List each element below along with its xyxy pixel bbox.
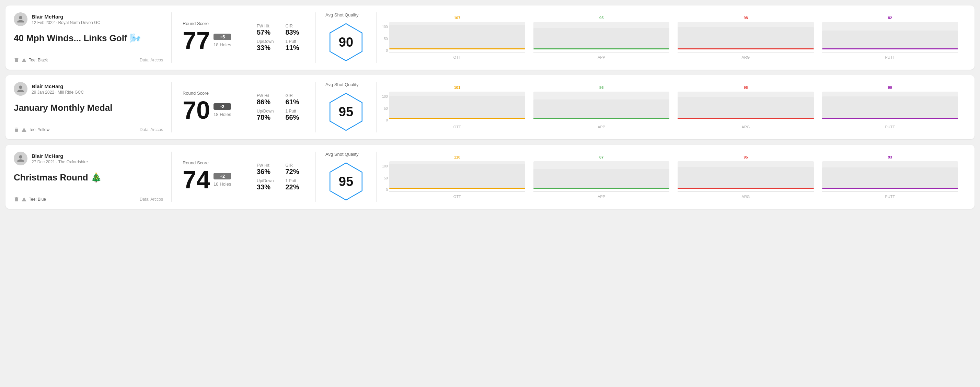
bar-fill: [678, 27, 813, 49]
bar-fill: [678, 167, 813, 189]
bar-fill: [389, 163, 525, 189]
stats-grid: FW Hit 36% GIR 72% Up/Down 33% 1 Putt 22…: [257, 163, 306, 191]
fw-hit-value: 86%: [257, 98, 277, 106]
gir-stat: GIR 83%: [286, 24, 306, 36]
bar-fill: [389, 96, 525, 119]
chart-column: 107 OTT: [389, 16, 525, 59]
oneputt-stat: 1 Putt 56%: [286, 109, 306, 121]
bar-label: ARG: [742, 195, 750, 199]
quality-score: 95: [339, 174, 353, 189]
bar-fill: [822, 167, 958, 189]
chart-column: 95 ARG: [678, 155, 813, 199]
chart-column: 110 OTT: [389, 155, 525, 199]
data-source: Data: Arccos: [140, 197, 163, 202]
bar-wrapper: [822, 92, 958, 119]
fw-hit-stat: FW Hit 86%: [257, 93, 277, 106]
tee-info: Tee: Black: [14, 57, 48, 63]
updown-stat: Up/Down 33%: [257, 178, 277, 191]
shot-quality-chart: 100 50 0 110 OTT: [382, 155, 958, 199]
quality-label: Avg Shot Quality: [325, 82, 359, 87]
chart-column: 82 PUTT: [822, 16, 958, 59]
tee-info: Tee: Blue: [14, 197, 46, 202]
round-title: Christmas Round 🎄: [14, 172, 163, 183]
gir-value: 83%: [286, 29, 306, 36]
bar-line: [678, 48, 813, 49]
chart-column: 99 PUTT: [822, 86, 958, 129]
quality-score: 90: [339, 35, 353, 50]
score-section: Round Score 70 -2 18 Holes: [172, 82, 247, 132]
score-row: 70 -2 18 Holes: [183, 98, 236, 122]
chart-axis: [678, 122, 813, 122]
score-modifier: +5: [213, 33, 231, 40]
bar-line: [533, 48, 669, 49]
user-name: Blair McHarg: [32, 14, 100, 19]
gir-label: GIR: [286, 163, 306, 168]
score-value: 74: [183, 167, 210, 192]
oneputt-stat: 1 Putt 22%: [286, 178, 306, 191]
bar-label: OTT: [453, 195, 461, 199]
holes-label: 18 Holes: [213, 112, 231, 117]
oneputt-label: 1 Putt: [286, 39, 306, 44]
score-value: 77: [183, 28, 210, 53]
quality-label: Avg Shot Quality: [325, 12, 359, 17]
bar-label: OTT: [453, 125, 461, 129]
round-card-1: Blair McHarg 12 Feb 2022 · Royal North D…: [5, 5, 975, 70]
bar-wrapper: [822, 161, 958, 189]
card-footer: Tee: Yellow Data: Arccos: [14, 127, 163, 132]
card-left-1: Blair McHarg 12 Feb 2022 · Royal North D…: [14, 12, 172, 63]
score-detail: +5 18 Holes: [213, 33, 231, 48]
bar-wrapper: [533, 92, 669, 119]
card-footer: Tee: Black Data: Arccos: [14, 57, 163, 63]
chart-y-axis: 100 50 0: [382, 164, 388, 199]
score-modifier: +2: [213, 173, 231, 179]
bar-line: [678, 188, 813, 189]
holes-label: 18 Holes: [213, 181, 231, 187]
stats-grid: FW Hit 86% GIR 61% Up/Down 78% 1 Putt 56…: [257, 93, 306, 121]
bar-line: [533, 188, 669, 189]
gir-label: GIR: [286, 93, 306, 98]
chart-y-axis: 100 50 0: [382, 25, 388, 59]
tee-info: Tee: Yellow: [14, 127, 49, 132]
chart-column: 87 APP: [533, 155, 669, 199]
bar-wrapper: [678, 22, 813, 49]
hexagon-container: 95: [325, 161, 367, 202]
hexagon-container: 95: [325, 91, 367, 132]
round-card-2: Blair McHarg 29 Jan 2022 · Mill Ride GCC…: [5, 75, 975, 139]
bar-label: ARG: [742, 55, 750, 59]
chart-axis: [822, 52, 958, 52]
gir-label: GIR: [286, 24, 306, 29]
bar-value: 98: [743, 16, 748, 20]
hexagon-container: 90: [325, 22, 367, 63]
oneputt-value: 11%: [286, 44, 306, 52]
card-left-2: Blair McHarg 29 Jan 2022 · Mill Ride GCC…: [14, 82, 172, 132]
bar-wrapper: [389, 92, 525, 119]
data-source: Data: Arccos: [140, 127, 163, 132]
round-score-label: Round Score: [183, 90, 236, 96]
score-value: 70: [183, 98, 210, 122]
fw-hit-label: FW Hit: [257, 93, 277, 98]
gir-value: 61%: [286, 98, 306, 106]
card-footer: Tee: Blue Data: Arccos: [14, 197, 163, 202]
quality-label: Avg Shot Quality: [325, 152, 359, 157]
data-source: Data: Arccos: [140, 58, 163, 62]
bar-value: 95: [743, 155, 748, 159]
avatar: [14, 82, 27, 96]
updown-value: 78%: [257, 114, 277, 121]
updown-label: Up/Down: [257, 39, 277, 44]
bar-wrapper: [678, 161, 813, 189]
tee-color: Tee: Black: [29, 58, 48, 62]
bar-value: 107: [454, 16, 460, 20]
chart-axis: [533, 122, 669, 122]
tee-color: Tee: Blue: [29, 197, 46, 202]
shot-quality-chart: 100 50 0 107 OTT: [382, 16, 958, 59]
bar-line: [822, 118, 958, 119]
bar-label: APP: [598, 55, 605, 59]
quality-section: Avg Shot Quality 90: [316, 12, 377, 63]
fw-hit-stat: FW Hit 57%: [257, 24, 277, 36]
stats-section: FW Hit 86% GIR 61% Up/Down 78% 1 Putt 56…: [247, 82, 316, 132]
bar-fill: [822, 97, 958, 119]
oneputt-stat: 1 Putt 11%: [286, 39, 306, 52]
bar-fill: [533, 169, 669, 189]
bar-value: 86: [599, 86, 603, 90]
user-info: Blair McHarg 29 Jan 2022 · Mill Ride GCC: [14, 82, 163, 96]
